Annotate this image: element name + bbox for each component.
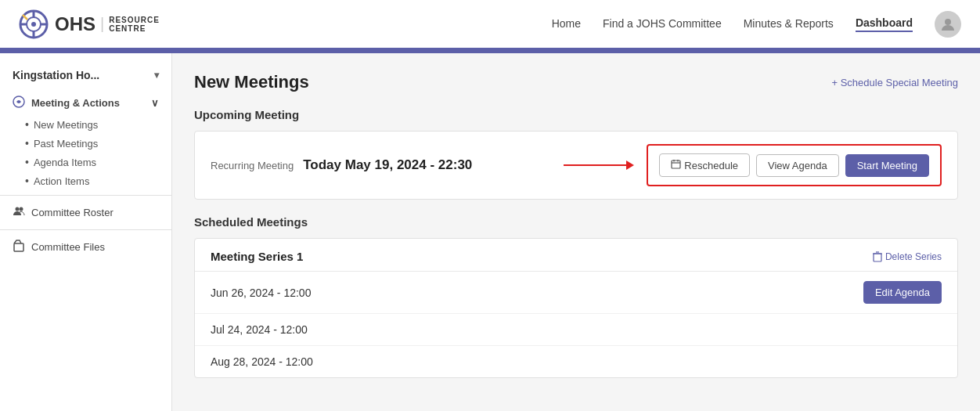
main-content: New Meetings + Schedule Special Meeting … [172, 53, 980, 411]
committee-roster-label: Committee Roster [31, 207, 113, 218]
chevron-down-icon-meeting: ∨ [151, 97, 159, 109]
row-date-2: Jul 24, 2024 - 12:00 [211, 323, 308, 336]
edit-agenda-button-1[interactable]: Edit Agenda [863, 281, 942, 304]
delete-series-link[interactable]: Delete Series [873, 251, 942, 262]
svg-point-11 [20, 207, 23, 211]
nav-find-committee[interactable]: Find a JOHS Committee [603, 17, 722, 31]
arrow-line [564, 164, 626, 166]
sidebar: Kingstation Ho... ▾ Meeting & Actions ∨ … [0, 53, 172, 411]
scheduled-row-2: Jul 24, 2024 - 12:00 [195, 314, 957, 346]
svg-point-8 [945, 19, 951, 25]
nav-dashboard[interactable]: Dashboard [856, 16, 913, 32]
meeting-actions-icon [13, 96, 25, 110]
delete-series-label: Delete Series [885, 251, 942, 262]
scheduled-row-3: Aug 28, 2024 - 12:00 [195, 346, 957, 377]
logo: OHS | RESOURCE CENTRE [19, 9, 160, 39]
svg-rect-17 [874, 254, 881, 261]
scheduled-section-title: Scheduled Meetings [194, 215, 958, 229]
row-date-3: Aug 28, 2024 - 12:00 [211, 355, 313, 368]
reschedule-button[interactable]: Reschedule [659, 153, 750, 177]
committee-roster-icon [13, 205, 25, 220]
upcoming-section-title: Upcoming Meeting [194, 108, 958, 121]
sidebar-item-new-meetings[interactable]: New Meetings [0, 115, 171, 134]
nav-minutes-reports[interactable]: Minutes & Reports [744, 17, 834, 31]
meeting-info: Recurring Meeting Today May 19, 2024 - 2… [211, 157, 472, 173]
nav-home[interactable]: Home [552, 17, 581, 31]
chevron-down-icon: ▾ [154, 70, 159, 81]
page-title: New Meetings [194, 72, 309, 92]
sidebar-item-action-items[interactable]: Action Items [0, 171, 171, 190]
scheduled-row-1: Jun 26, 2024 - 12:00 Edit Agenda [195, 272, 957, 314]
scheduled-header: Meeting Series 1 Delete Series [195, 239, 957, 272]
action-items-label: Action Items [34, 175, 90, 187]
calendar-icon [671, 159, 681, 171]
action-buttons-highlight: Reschedule View Agenda Start Meeting [647, 144, 942, 186]
page-layout: Kingstation Ho... ▾ Meeting & Actions ∨ … [0, 53, 980, 411]
meeting-card-right: Reschedule View Agenda Start Meeting [564, 144, 942, 186]
arrow-indicator [564, 160, 634, 170]
new-meetings-label: New Meetings [34, 119, 98, 131]
logo-hs-text: OHS [55, 13, 95, 35]
sidebar-meeting-actions-label: Meeting & Actions [31, 97, 120, 109]
svg-point-10 [16, 207, 20, 211]
user-avatar[interactable] [935, 11, 961, 38]
sidebar-item-meeting-actions[interactable]: Meeting & Actions ∨ [0, 91, 171, 115]
committee-files-label: Committee Files [31, 241, 105, 253]
logo-resource: RESOURCE [109, 16, 160, 24]
sidebar-divider-2 [0, 229, 171, 230]
start-meeting-button[interactable]: Start Meeting [845, 154, 929, 177]
sidebar-item-agenda-items[interactable]: Agenda Items [0, 153, 171, 171]
committee-files-icon [13, 240, 25, 254]
logo-centre: CENTRE [109, 24, 160, 33]
recurring-label: Recurring Meeting [211, 160, 294, 171]
series-title: Meeting Series 1 [211, 250, 303, 263]
upcoming-meeting-card: Recurring Meeting Today May 19, 2024 - 2… [194, 131, 958, 200]
org-name: Kingstation Ho... [13, 69, 99, 81]
main-nav: Home Find a JOHS Committee Minutes & Rep… [552, 11, 961, 38]
sidebar-divider-1 [0, 195, 171, 196]
svg-point-6 [31, 22, 36, 27]
scheduled-meetings-section: Meeting Series 1 Delete Series Jun 26, 2… [194, 238, 958, 378]
page-header: New Meetings + Schedule Special Meeting [194, 72, 958, 92]
app-header: OHS | RESOURCE CENTRE Home Find a JOHS C… [0, 0, 980, 50]
logo-icon [19, 9, 49, 39]
org-selector[interactable]: Kingstation Ho... ▾ [0, 66, 171, 91]
sidebar-item-committee-roster[interactable]: Committee Roster [0, 200, 171, 225]
svg-rect-12 [14, 243, 23, 251]
past-meetings-label: Past Meetings [34, 138, 98, 150]
view-agenda-button[interactable]: View Agenda [756, 154, 839, 177]
row-date-1: Jun 26, 2024 - 12:00 [211, 287, 311, 299]
agenda-items-label: Agenda Items [34, 157, 96, 168]
sidebar-item-committee-files[interactable]: Committee Files [0, 235, 171, 259]
svg-rect-13 [672, 160, 680, 168]
sidebar-item-past-meetings[interactable]: Past Meetings [0, 134, 171, 153]
meeting-date: Today May 19, 2024 - 22:30 [303, 157, 472, 173]
arrow [564, 160, 634, 170]
schedule-special-meeting-link[interactable]: + Schedule Special Meeting [831, 77, 958, 88]
arrow-head [626, 160, 634, 170]
